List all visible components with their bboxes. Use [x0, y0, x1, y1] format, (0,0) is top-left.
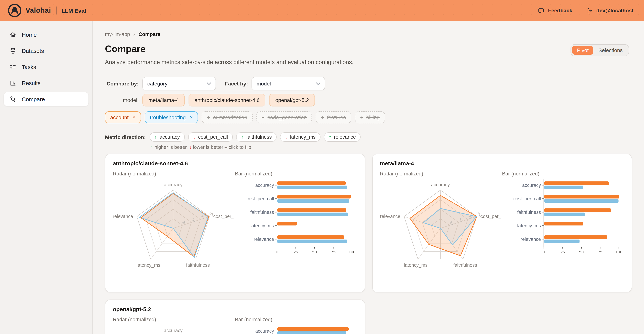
bar-group-relevance	[278, 236, 347, 243]
model-label: model:	[105, 97, 139, 103]
facet-card-title: anthropic/claude-sonnet-4.6	[113, 160, 357, 166]
plus-icon: +	[262, 114, 264, 120]
radar-axis-label: accuracy	[164, 328, 183, 333]
bar-category-label: relevance	[521, 236, 541, 242]
sidebar-item-label: Results	[22, 80, 40, 86]
metric-direction-chip-accuracy[interactable]: ↑accuracy	[150, 132, 185, 142]
toggle-selections[interactable]: Selections	[594, 46, 628, 55]
sidebar-item-label: Tasks	[22, 64, 36, 70]
toggle-pivot[interactable]: Pivot	[572, 46, 594, 55]
metric-direction-chip-relevance[interactable]: ↑relevance	[324, 132, 361, 142]
metric-direction-row: Metric direction: ↑accuracy↓cost_per_cal…	[105, 132, 632, 142]
svg-text:0: 0	[276, 250, 278, 254]
bar-category-label: cost_per_call	[513, 196, 541, 201]
radar-chart-label: Radar (normalized)	[113, 171, 235, 176]
category-chip-account[interactable]: account×	[105, 111, 141, 123]
bar-group-faithfulness	[278, 208, 348, 216]
brand-logo[interactable]: Valohai	[8, 3, 51, 18]
sidebar-item-compare[interactable]: Compare	[4, 92, 88, 106]
model-chip[interactable]: anthropic/claude-sonnet-4.6	[188, 94, 266, 106]
category-chip-label: code_generation	[268, 114, 307, 120]
facet-by-select[interactable]: model	[252, 77, 325, 90]
category-chip-row: account×troubleshooting×+summarization+c…	[105, 111, 632, 123]
category-add-chip-summarization[interactable]: +summarization	[202, 111, 252, 123]
bar-category-label: latency_ms	[250, 223, 274, 228]
logout-icon	[586, 7, 593, 14]
metric-name: relevance	[334, 134, 356, 140]
metric-name: accuracy	[160, 134, 180, 140]
facet-card-title: meta/llama-4	[380, 160, 624, 166]
arrow-up-icon: ↑	[241, 134, 244, 140]
radar-chart-label: Radar (normalized)	[113, 317, 235, 322]
facet-card: anthropic/claude-sonnet-4.6Radar (normal…	[105, 154, 365, 292]
bar-chart: 0255075100accuracycost_per_callfaithfuln…	[502, 178, 624, 268]
sidebar-item-results[interactable]: Results	[4, 76, 88, 90]
arrow-down-icon: ↓	[193, 134, 196, 140]
breadcrumb: my-llm-app › Compare	[105, 31, 632, 37]
logout-user-button[interactable]: dev@localhost	[586, 7, 634, 14]
radar-chart-label: Radar (normalized)	[380, 171, 502, 176]
chevron-down-icon	[207, 82, 211, 85]
metric-direction-chip-latency_ms[interactable]: ↓latency_ms	[280, 132, 320, 142]
category-add-chip-code_generation[interactable]: +code_generation	[256, 111, 312, 123]
view-mode-toggle: Pivot Selections	[571, 44, 629, 56]
sidebar-item-label: Home	[22, 32, 37, 38]
svg-text:100: 100	[616, 250, 622, 254]
category-chip-label: summarization	[213, 114, 247, 120]
facet-cards-grid: anthropic/claude-sonnet-4.6Radar (normal…	[105, 154, 632, 334]
category-chip-label: account	[110, 114, 128, 120]
feedback-button[interactable]: Feedback	[538, 7, 572, 14]
bar-category-label: relevance	[254, 236, 274, 242]
bar-chart-col: Bar (normalized)0255075100accuracycost_p…	[502, 171, 624, 275]
plus-icon: +	[321, 114, 324, 120]
chart-row: Radar (normalized)255075100accuracycost_…	[380, 171, 624, 275]
category-add-chip-billing[interactable]: +billing	[355, 111, 385, 123]
model-chip-row: model: meta/llama-4anthropic/claude-sonn…	[105, 94, 632, 106]
radar-series-troubleshooting	[140, 193, 208, 257]
svg-text:50: 50	[579, 250, 584, 254]
facet-by-label: Facet by:	[225, 80, 248, 86]
compare-by-label: Compare by:	[105, 80, 139, 86]
category-chip-label: troubleshooting	[150, 114, 186, 120]
metric-direction-chip-faithfulness[interactable]: ↑faithfulness	[236, 132, 277, 142]
metric-name: latency_ms	[290, 134, 316, 140]
checklist-icon	[9, 63, 16, 70]
valohai-logo-icon	[8, 3, 22, 18]
plus-icon: +	[207, 114, 210, 120]
bar-group-cost_per_call	[544, 195, 620, 202]
model-chip[interactable]: openai/gpt-5.2	[269, 94, 315, 106]
sidebar-item-datasets[interactable]: Datasets	[4, 44, 88, 58]
app-window: Valohai LLM Eval Feedback	[0, 0, 644, 334]
remove-category-icon[interactable]: ×	[190, 115, 193, 120]
compare-facet-row: Compare by: category Facet by: model	[105, 77, 632, 90]
radar-chart: 255075100accuracycost_per_callfaithfulne…	[380, 178, 500, 275]
svg-text:0: 0	[543, 250, 545, 254]
main-content: my-llm-app › Compare Compare Analyze per…	[92, 31, 644, 334]
bar-group-accuracy	[544, 182, 609, 189]
sidebar-item-home[interactable]: Home	[4, 28, 88, 42]
facet-card: openai/gpt-5.2Radar (normalized)25507510…	[105, 300, 365, 334]
remove-category-icon[interactable]: ×	[132, 115, 136, 120]
chart-row: Radar (normalized)255075100accuracycost_…	[113, 171, 357, 275]
category-chip-troubleshooting[interactable]: troubleshooting×	[145, 111, 198, 123]
category-chip-label: billing	[366, 114, 380, 120]
facet-card: meta/llama-4Radar (normalized)255075100a…	[372, 154, 632, 292]
page-title: Compare	[105, 43, 632, 55]
radar-axis-label: relevance	[380, 214, 400, 219]
app-name: LLM Eval	[62, 7, 86, 14]
radar-axis-label: latency_ms	[404, 262, 427, 268]
bar-chart: 0255075100accuracycost_per_callfaithfuln…	[235, 324, 357, 334]
sidebar-item-label: Compare	[22, 96, 45, 102]
category-add-chip-features[interactable]: +features	[316, 111, 351, 123]
arrow-up-icon: ↑	[154, 134, 157, 140]
svg-text:75: 75	[598, 250, 602, 254]
bar-group-cost_per_call	[278, 195, 351, 202]
breadcrumb-project[interactable]: my-llm-app	[105, 31, 130, 37]
model-chip[interactable]: meta/llama-4	[142, 94, 185, 106]
metric-direction-label: Metric direction:	[105, 134, 146, 140]
arrow-down-icon: ↓	[189, 144, 192, 150]
sidebar-item-tasks[interactable]: Tasks	[4, 60, 88, 74]
metric-direction-chip-cost_per_call[interactable]: ↓cost_per_call	[188, 132, 233, 142]
compare-by-select[interactable]: category	[142, 77, 216, 90]
bar-group-relevance	[544, 236, 608, 243]
